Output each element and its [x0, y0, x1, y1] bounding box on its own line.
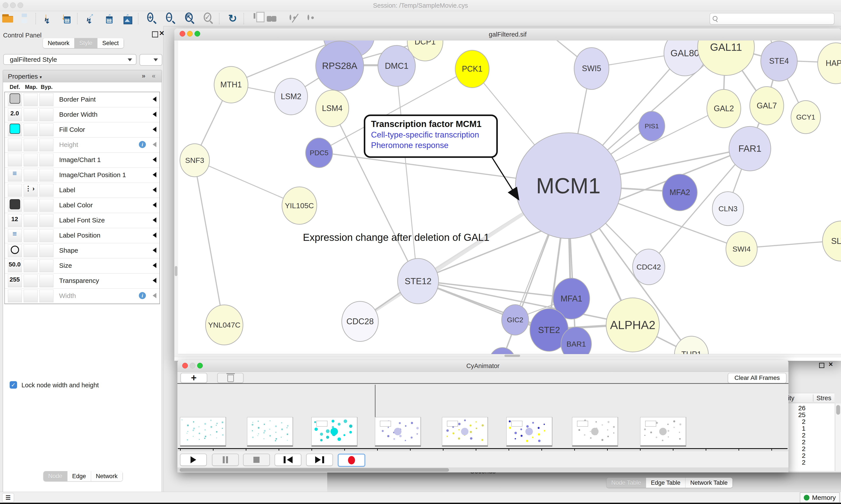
network-node-STE4[interactable]: STE4: [761, 41, 798, 82]
zoom-selected-icon[interactable]: ✓: [204, 13, 215, 24]
network-node-SWI5[interactable]: SWI5: [574, 47, 609, 90]
stop-button[interactable]: [243, 454, 270, 466]
export-image-icon[interactable]: ↑: [121, 13, 132, 24]
network-node-LSM2[interactable]: LSM2: [274, 78, 308, 115]
chevron-left-icon[interactable]: [150, 202, 156, 208]
frame-thumbnail-7[interactable]: [572, 417, 618, 447]
tab-select[interactable]: Select: [97, 38, 124, 48]
chevron-left-icon[interactable]: [150, 96, 156, 102]
chevron-left-icon[interactable]: [150, 263, 156, 268]
property-row[interactable]: Border Width2.0: [5, 107, 159, 122]
export-table-icon[interactable]: ↑: [103, 13, 114, 24]
close-table-panel-icon[interactable]: ✕: [828, 362, 833, 367]
table-cell[interactable]: 2: [802, 459, 806, 466]
chevron-left-icon[interactable]: [150, 278, 156, 283]
network-node-MFA2[interactable]: MFA2: [662, 174, 698, 211]
chevron-left-icon[interactable]: [150, 187, 156, 193]
property-row[interactable]: Label Color: [5, 198, 159, 213]
style-select[interactable]: galFiltered Style: [3, 54, 137, 65]
timeline-scrollbar[interactable]: [177, 467, 788, 472]
play-button[interactable]: [180, 454, 207, 466]
chevron-left-icon[interactable]: [150, 142, 156, 147]
expand-all-icon[interactable]: »: [142, 72, 145, 79]
color-swatch[interactable]: [10, 124, 20, 134]
network-node-HAP2[interactable]: HAP2: [817, 42, 841, 84]
network-node-GAL2[interactable]: GAL2: [706, 89, 741, 128]
open-session-icon[interactable]: [2, 13, 14, 24]
frame-thumbnail-4[interactable]: [375, 417, 421, 447]
chevron-left-icon[interactable]: [150, 112, 156, 117]
skip-start-button[interactable]: [275, 454, 301, 466]
table-cell[interactable]: 1: [802, 425, 806, 432]
chevron-left-icon[interactable]: [150, 172, 156, 177]
memory-button[interactable]: Memory: [800, 492, 840, 503]
table-cell[interactable]: 2: [802, 452, 806, 459]
annotation-link[interactable]: Cell-type-specific transcription: [371, 130, 496, 140]
chevron-left-icon[interactable]: [150, 217, 156, 223]
chevron-left-icon[interactable]: [150, 157, 156, 162]
property-row[interactable]: Fill Color: [5, 122, 159, 138]
network-node-GCY1[interactable]: GCY1: [791, 100, 821, 134]
network-node-LSM4[interactable]: LSM4: [315, 90, 349, 127]
properties-header[interactable]: Properties ▾ » «: [3, 70, 162, 82]
default-value[interactable]: 2.0: [8, 110, 21, 117]
property-row[interactable]: Label⋮›: [5, 183, 159, 198]
show-details-icon[interactable]: [307, 13, 319, 24]
tab-network[interactable]: Network: [43, 38, 74, 48]
network-node-PDC5[interactable]: PDC5: [305, 138, 333, 168]
network-node-SWI4[interactable]: SWI4: [726, 231, 757, 267]
network-node-SNF3[interactable]: SNF3: [180, 143, 210, 177]
frame-thumbnail-6[interactable]: [506, 417, 552, 447]
property-row[interactable]: Shape: [5, 243, 159, 258]
position-icon[interactable]: ≡: [8, 230, 21, 238]
refresh-icon[interactable]: ↻: [228, 13, 239, 24]
lock-checkbox[interactable]: ✓: [10, 381, 17, 389]
chevron-left-icon[interactable]: [150, 233, 156, 238]
ellipse-shape-icon[interactable]: [11, 246, 19, 254]
info-icon[interactable]: i: [139, 141, 146, 148]
network-node-GAL7[interactable]: GAL7: [749, 86, 784, 125]
network-node-CDC28[interactable]: CDC28: [341, 301, 379, 342]
network-node-CLN3[interactable]: CLN3: [712, 191, 744, 226]
float-panel-icon[interactable]: [152, 31, 158, 37]
pause-button[interactable]: [212, 454, 239, 466]
property-row[interactable]: Image/Chart Position 1≡: [5, 168, 159, 183]
network-node-ALPHA2[interactable]: ALPHA2: [606, 298, 660, 352]
network-horizontal-scrollbar[interactable]: [178, 354, 841, 358]
zoom-fit-icon[interactable]: ⇱: [185, 13, 196, 24]
delete-frame-button[interactable]: [217, 373, 244, 383]
skip-end-button[interactable]: [306, 454, 333, 466]
network-vertical-scrollbar[interactable]: [174, 40, 178, 357]
add-frame-button[interactable]: +: [180, 373, 207, 383]
network-node-YIL105C[interactable]: YIL105C: [282, 186, 317, 224]
style-options-button[interactable]: [140, 54, 162, 66]
tab-style[interactable]: Style: [74, 38, 97, 48]
network-node-GIC2[interactable]: GIC2: [501, 304, 529, 336]
network-node-GAL11[interactable]: GAL11: [697, 40, 755, 76]
network-node-BAR1[interactable]: BAR1: [561, 327, 592, 357]
table-cell[interactable]: 2: [802, 445, 806, 453]
network-node-PIS1[interactable]: PIS1: [639, 111, 665, 141]
table-cell[interactable]: 25: [798, 411, 806, 419]
hide-details-icon[interactable]: [289, 13, 301, 24]
close-panel-icon[interactable]: ✕: [159, 31, 164, 36]
default-value[interactable]: 255: [8, 276, 21, 283]
default-value[interactable]: 50.0: [8, 261, 21, 268]
column-centrality[interactable]: ity: [788, 395, 794, 402]
frame-thumbnail-3[interactable]: [311, 417, 357, 447]
color-swatch[interactable]: [10, 93, 20, 104]
network-node-FAR1[interactable]: FAR1: [729, 126, 771, 171]
property-row[interactable]: Size50.0: [5, 258, 159, 273]
column-separator[interactable]: [813, 395, 813, 401]
import-network-icon[interactable]: ↓↯: [43, 13, 55, 24]
network-node-YNL047C[interactable]: YNL047C: [205, 305, 243, 345]
property-row[interactable]: Image/Chart 1: [5, 152, 159, 168]
cp-tab-node[interactable]: Node: [43, 471, 68, 481]
frame-thumbnail-5[interactable]: [442, 417, 488, 447]
color-swatch[interactable]: [10, 199, 20, 209]
cp-tab-network[interactable]: Network: [91, 471, 123, 481]
network-node-MCM1[interactable]: MCM1: [515, 132, 622, 239]
network-node-SLT2[interactable]: SLT2: [822, 221, 841, 262]
search-binoculars-icon[interactable]: [272, 13, 283, 24]
collapse-all-icon[interactable]: «: [152, 72, 156, 79]
